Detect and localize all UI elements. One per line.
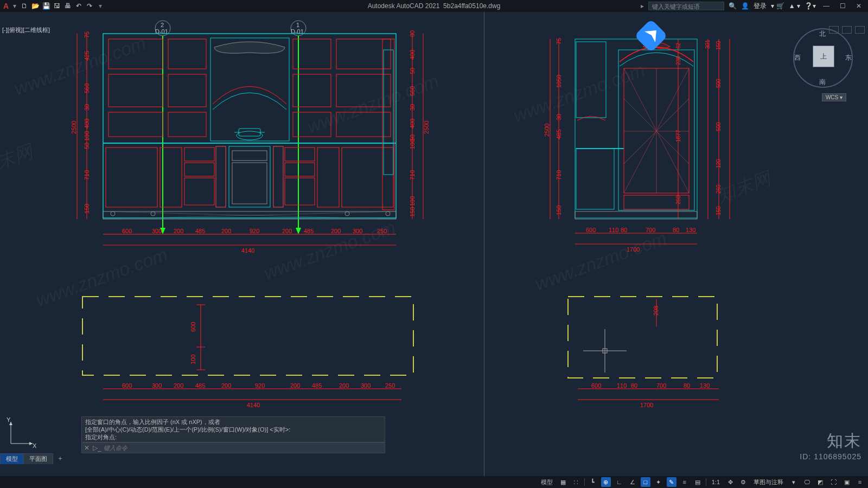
svg-text:30: 30 <box>84 104 90 111</box>
3dosnap-icon[interactable]: ✦ <box>654 477 663 487</box>
user-icon[interactable]: 👤 <box>741 2 749 10</box>
svg-text:150: 150 <box>716 206 722 215</box>
scale-label[interactable]: 1:1 <box>710 477 722 487</box>
redo-icon[interactable]: ↷ <box>85 1 94 11</box>
infocenter-arrow-icon[interactable]: ▸ <box>641 2 644 10</box>
cmd-close-icon[interactable]: ✕ <box>84 444 90 452</box>
login-label[interactable]: 登录 <box>754 2 767 11</box>
search-input[interactable]: 键入关键字或短语 <box>648 2 724 10</box>
search-icon[interactable]: 🔍 <box>729 2 737 10</box>
osnap-icon[interactable]: □ <box>641 477 650 487</box>
command-line[interactable]: 指定窗口的角点，输入比例因子 (nX 或 nXP)，或者 [全部(A)/中心(C… <box>81 416 385 453</box>
svg-text:710: 710 <box>409 170 416 180</box>
svg-rect-16 <box>108 74 163 107</box>
snap-icon[interactable]: ⸬ <box>571 477 581 487</box>
drawing-canvas[interactable]: [-][俯视][二维线框] www.znzmo.com 知末网 www.znzm… <box>0 12 868 476</box>
polar-icon[interactable]: ⊕ <box>601 477 611 487</box>
gear-icon[interactable]: ⚙ <box>738 477 748 487</box>
vp-close-icon[interactable] <box>855 26 865 34</box>
elevation-a: 2 D-01 1 D-01 <box>71 17 439 261</box>
tab-add-button[interactable]: ＋ <box>53 453 68 464</box>
svg-rect-161 <box>568 297 717 378</box>
svg-text:500: 500 <box>716 122 722 131</box>
new-icon[interactable]: 🗋 <box>20 1 29 11</box>
svg-text:30: 30 <box>409 104 416 111</box>
svg-point-28 <box>237 131 263 140</box>
svg-rect-47 <box>382 39 394 210</box>
minimize-button[interactable]: — <box>820 2 832 10</box>
svg-rect-19 <box>168 112 206 137</box>
svg-text:150: 150 <box>84 204 90 214</box>
qat-dropdown-icon[interactable]: ▾ <box>13 2 16 10</box>
isolate-icon[interactable]: ◩ <box>815 477 825 487</box>
transp-icon[interactable]: ▤ <box>693 477 703 487</box>
viewcube-top[interactable]: 上 <box>813 46 834 67</box>
svg-text:1700: 1700 <box>627 246 640 253</box>
clean-icon[interactable]: ▣ <box>842 477 852 487</box>
svg-rect-140 <box>82 297 413 375</box>
monitor-icon[interactable]: 🖵 <box>802 477 812 487</box>
chevron-right-icon: ▷_ <box>93 444 101 452</box>
svg-text:600: 600 <box>190 322 196 332</box>
svg-text:260: 260 <box>675 195 681 204</box>
svg-text:600: 600 <box>586 227 596 233</box>
saveas-icon[interactable]: 🖫 <box>52 1 62 11</box>
svg-text:485: 485 <box>195 228 205 234</box>
svg-text:400: 400 <box>409 50 416 60</box>
viewcube[interactable]: 上 北 南 东 西 <box>793 28 853 88</box>
workspace-label[interactable]: 草图与注释 <box>751 477 786 487</box>
svg-rect-15 <box>168 39 206 69</box>
viewcube-north[interactable]: 北 <box>819 29 826 38</box>
svg-text:100: 100 <box>84 131 90 141</box>
undo-icon[interactable]: ↶ <box>74 1 84 11</box>
svg-text:260: 260 <box>716 184 722 194</box>
ortho-icon[interactable]: ∟ <box>614 477 624 487</box>
viewcube-west[interactable]: 西 <box>794 53 801 62</box>
svg-text:250: 250 <box>385 382 395 389</box>
svg-rect-96 <box>576 149 614 209</box>
svg-text:62: 62 <box>675 42 681 49</box>
customize-icon[interactable]: ≡ <box>855 477 865 487</box>
svg-rect-38 <box>285 163 315 176</box>
svg-text:4140: 4140 <box>247 402 260 408</box>
maximize-button[interactable]: ☐ <box>837 2 848 10</box>
tab-model[interactable]: 模型 <box>0 453 24 464</box>
viewcube-east[interactable]: 东 <box>845 53 852 62</box>
svg-text:2: 2 <box>161 22 164 28</box>
cart-icon[interactable]: ▾ 🛒 <box>771 2 784 10</box>
svg-text:130: 130 <box>700 382 710 389</box>
svg-text:600: 600 <box>122 228 132 234</box>
plan-a: 600 100 600 300 200 485 200 920 200 485 … <box>76 288 434 413</box>
hardware-icon[interactable]: ⛶ <box>828 477 839 487</box>
open-icon[interactable]: 📂 <box>30 1 40 11</box>
lwt-icon[interactable]: ≡ <box>680 477 690 487</box>
dyn-icon[interactable]: ✎ <box>667 477 676 487</box>
svg-text:920: 920 <box>255 382 265 389</box>
viewcube-south[interactable]: 南 <box>819 78 826 87</box>
svg-rect-42 <box>216 146 226 207</box>
svg-text:50: 50 <box>84 143 90 149</box>
status-model[interactable]: 模型 <box>539 477 555 487</box>
command-input[interactable] <box>104 445 382 451</box>
plot-icon[interactable]: 🖶 <box>63 1 73 11</box>
svg-rect-93 <box>575 39 697 218</box>
wcs-badge[interactable]: WCS ▾ <box>822 93 846 101</box>
svg-rect-43 <box>273 146 283 207</box>
tab-layout[interactable]: 平面图 <box>23 453 53 464</box>
svg-text:1: 1 <box>296 22 299 28</box>
grid-icon[interactable]: ▦ <box>558 477 568 487</box>
save-icon[interactable]: 💾 <box>41 1 51 11</box>
app-share-icon[interactable]: ▲ ▾ <box>789 2 800 10</box>
svg-text:700: 700 <box>646 227 655 233</box>
annot-scale-icon[interactable]: ✥ <box>725 477 735 487</box>
help-icon[interactable]: ❔▾ <box>805 2 816 10</box>
qat-more-icon[interactable]: ▾ <box>95 1 105 11</box>
workspace-dropdown-icon[interactable]: ▾ <box>789 477 799 487</box>
svg-text:710: 710 <box>84 170 90 180</box>
svg-text:130: 130 <box>686 227 695 233</box>
close-button[interactable]: ✕ <box>853 2 865 10</box>
infer-icon[interactable]: ┗ <box>588 477 598 487</box>
otrack-icon[interactable]: ∠ <box>628 477 637 487</box>
viewport-controls[interactable]: [-][俯视][二维线框] <box>2 26 50 34</box>
svg-text:80: 80 <box>673 227 679 233</box>
